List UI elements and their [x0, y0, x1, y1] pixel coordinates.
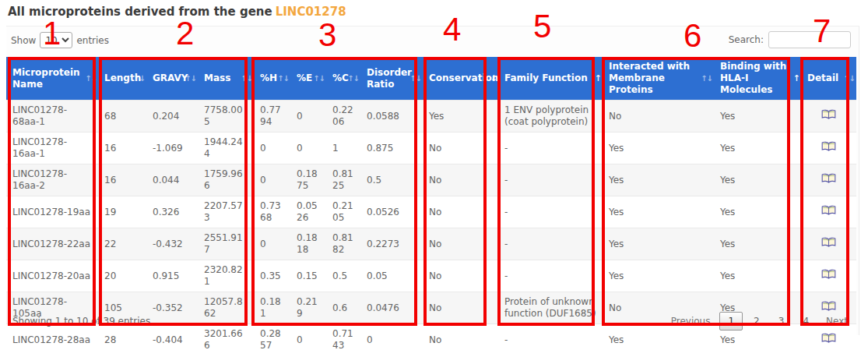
gravy-cell: -1.069	[146, 133, 198, 164]
column-header-gravy[interactable]: GRAVY↑↓	[146, 57, 198, 101]
column-header-family[interactable]: Family Function↑	[498, 57, 603, 101]
disorder-cell: 0.2273	[360, 228, 423, 260]
column-header-pc[interactable]: %C↑↓	[326, 57, 360, 101]
open-book-icon[interactable]	[821, 237, 836, 248]
open-book-icon[interactable]	[821, 301, 836, 312]
search-control: Search:	[729, 31, 851, 48]
sort-icon[interactable]: ↑↓	[701, 73, 712, 83]
column-header-length[interactable]: Length↑↓	[98, 57, 146, 101]
page-button-4[interactable]: 4	[795, 313, 817, 330]
detail-cell[interactable]	[801, 101, 856, 133]
mass-cell: 2320.821	[198, 260, 254, 292]
column-header-mass[interactable]: Mass↑↓	[198, 57, 254, 101]
column-label: Mass	[204, 72, 230, 83]
page-button-2[interactable]: 2	[746, 313, 768, 330]
sort-icon[interactable]: ↑↓	[277, 73, 289, 83]
disorder-cell: 0.0588	[360, 101, 423, 133]
open-book-icon[interactable]	[821, 141, 836, 152]
name-cell: LINC01278-68aa-1	[6, 101, 98, 133]
open-book-icon[interactable]	[821, 109, 836, 120]
pe-cell: 0.1875	[290, 164, 326, 196]
sort-icon[interactable]: ↑↓	[347, 73, 359, 83]
sort-icon[interactable]: ↑	[793, 73, 799, 84]
disorder-cell: 0.05	[360, 260, 423, 292]
search-input[interactable]	[768, 31, 851, 48]
membrane-cell: Yes	[603, 260, 714, 292]
disorder-cell: 0.0526	[360, 196, 423, 228]
gravy-cell: 0.204	[146, 101, 198, 133]
next-button[interactable]: Next	[818, 313, 856, 330]
detail-cell[interactable]	[801, 164, 856, 196]
ph-cell: 0.35	[254, 260, 290, 292]
mass-cell: 2551.917	[198, 228, 254, 260]
gravy-cell: -0.404	[146, 324, 198, 350]
detail-cell[interactable]	[801, 133, 856, 164]
ph-cell: 0	[254, 228, 290, 260]
sort-icon[interactable]: ↑↓	[184, 73, 196, 83]
column-header-name[interactable]: Microprotein Name↑↓	[6, 57, 98, 101]
column-header-ph[interactable]: %H↑↓	[254, 57, 290, 101]
page-button-1[interactable]: 1	[719, 312, 743, 331]
name-cell: LINC01278-22aa	[6, 228, 98, 260]
sort-icon[interactable]: ↑↓	[313, 73, 325, 83]
hla-cell: Yes	[714, 101, 801, 133]
hla-cell: Yes	[714, 133, 801, 164]
open-book-icon[interactable]	[821, 173, 836, 184]
entries-select[interactable]: 10	[40, 32, 72, 48]
detail-cell[interactable]	[801, 228, 856, 260]
column-label: %C	[332, 72, 349, 83]
gravy-cell: -0.432	[146, 228, 198, 260]
mass-cell: 1759.966	[198, 164, 254, 196]
family-cell: -	[498, 133, 603, 164]
pe-cell: 0.1818	[290, 228, 326, 260]
column-header-pe[interactable]: %E↑↓	[290, 57, 326, 101]
page-button-3[interactable]: 3	[771, 313, 792, 330]
conservation-cell: No	[423, 324, 498, 350]
previous-button[interactable]: Previous	[663, 313, 719, 330]
conservation-cell: Yes	[423, 101, 498, 133]
column-label: Binding with HLA-I Molecules	[720, 61, 786, 95]
length-cell: 22	[98, 228, 146, 260]
page-title-text: All microproteins derived from the gene	[8, 5, 272, 19]
entries-label: entries	[76, 35, 109, 46]
gravy-cell: 0.326	[146, 196, 198, 228]
column-header-detail[interactable]: Detail↑↓	[801, 57, 856, 101]
column-label: Conservation	[429, 72, 498, 83]
open-book-icon[interactable]	[821, 333, 836, 344]
sort-icon[interactable]: ↑↓	[843, 73, 855, 83]
membrane-cell: Yes	[603, 133, 714, 164]
sort-icon[interactable]: ↑↓	[409, 73, 421, 83]
column-header-disorder[interactable]: Disorder Ratio↑↓	[360, 57, 423, 101]
column-label: Detail	[807, 72, 838, 83]
pc-cell: 0.2206	[326, 101, 360, 133]
table-info: Showing 1 to 10 of 39 entries	[12, 316, 150, 327]
name-cell: LINC01278-20aa	[6, 260, 98, 292]
pc-cell: 0.6	[326, 292, 360, 324]
table-row: LINC01278-16aa-116-1.0691944.2440010.875…	[6, 133, 856, 164]
pc-cell: 0.7143	[326, 324, 360, 350]
conservation-cell: No	[423, 228, 498, 260]
sort-icon[interactable]: ↓	[490, 73, 497, 84]
conservation-cell: No	[423, 164, 498, 196]
sort-icon[interactable]: ↑↓	[241, 73, 252, 83]
pagination: Previous 1234 Next	[663, 312, 856, 331]
name-cell: LINC01278-19aa	[6, 196, 98, 228]
open-book-icon[interactable]	[821, 205, 836, 216]
detail-cell[interactable]	[801, 260, 856, 292]
ph-cell: 0.181	[254, 292, 290, 324]
column-label: %H	[260, 72, 277, 83]
detail-cell[interactable]	[801, 196, 856, 228]
sort-icon[interactable]: ↑	[595, 73, 601, 84]
column-label: %E	[297, 72, 312, 83]
length-cell: 28	[98, 324, 146, 350]
family-cell: -	[498, 228, 603, 260]
membrane-cell: Yes	[603, 196, 714, 228]
sort-icon[interactable]: ↑↓	[133, 73, 145, 83]
column-header-membrane[interactable]: Interacted with Membrane Proteins↑↓	[603, 57, 714, 101]
table-row: LINC01278-22aa22-0.4322551.91700.18180.8…	[6, 228, 856, 260]
open-book-icon[interactable]	[821, 269, 836, 280]
sort-icon[interactable]: ↑↓	[85, 73, 97, 83]
length-cell: 16	[98, 164, 146, 196]
column-header-conservation[interactable]: Conservation↓	[423, 57, 498, 101]
column-header-hla[interactable]: Binding with HLA-I Molecules↑	[714, 57, 801, 101]
